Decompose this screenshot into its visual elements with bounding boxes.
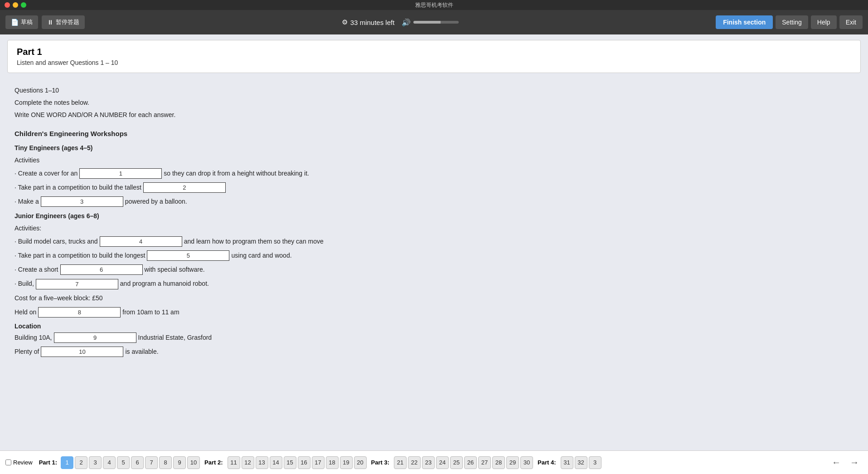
- page-25[interactable]: 25: [450, 456, 463, 469]
- page-7[interactable]: 7: [145, 456, 158, 469]
- page-9[interactable]: 9: [173, 456, 186, 469]
- page-16[interactable]: 16: [298, 456, 310, 469]
- answer-line-3: · Make a powered by a balloon.: [15, 196, 853, 207]
- help-button[interactable]: Help: [811, 15, 837, 29]
- pause-button[interactable]: ⏸ 暂停答题: [42, 15, 85, 29]
- answer-input-2[interactable]: [143, 182, 226, 193]
- part3-label: Part 3:: [371, 459, 389, 466]
- page-32[interactable]: 32: [575, 456, 587, 469]
- page-2[interactable]: 2: [75, 456, 87, 469]
- page-22[interactable]: 22: [408, 456, 421, 469]
- answer-input-1[interactable]: [79, 168, 162, 179]
- q5-suffix: using card and wood.: [231, 250, 291, 261]
- answer-input-3[interactable]: [41, 196, 123, 207]
- instructions: Questions 1–10 Complete the notes below.…: [15, 85, 853, 121]
- answer-input-6[interactable]: [60, 264, 143, 275]
- page-8[interactable]: 8: [159, 456, 172, 469]
- cost-block: Cost for a five–week block: £50: [15, 293, 853, 304]
- close-button[interactable]: [5, 2, 10, 8]
- parking-line: Plenty of is available.: [15, 346, 853, 357]
- page-31[interactable]: 31: [561, 456, 573, 469]
- answer-line-7: · Build, and program a humanoid robot.: [15, 278, 853, 289]
- setting-button[interactable]: Setting: [776, 15, 808, 29]
- page-5[interactable]: 5: [117, 456, 130, 469]
- building-prefix: Building 10A,: [15, 332, 52, 343]
- review-checkbox[interactable]: [5, 459, 11, 465]
- timer-display: ⚙ 33 minutes left: [342, 18, 395, 26]
- page-21[interactable]: 21: [394, 456, 407, 469]
- building-suffix: Industrial Estate, Grasford: [138, 332, 212, 343]
- page-29[interactable]: 29: [506, 456, 519, 469]
- page-14[interactable]: 14: [270, 456, 282, 469]
- answer-input-7[interactable]: [36, 279, 118, 289]
- exit-button[interactable]: Exit: [839, 15, 863, 29]
- q1-suffix: so they can drop it from a height withou…: [164, 168, 309, 179]
- volume-icon: 🔊: [402, 18, 411, 27]
- page-3[interactable]: 3: [89, 456, 102, 469]
- fullscreen-button[interactable]: [21, 2, 26, 8]
- minimize-button[interactable]: [13, 2, 18, 8]
- section-subtitle: Listen and answer Questions 1 – 10: [17, 59, 851, 66]
- answer-input-10[interactable]: [41, 347, 123, 357]
- q4-prefix: · Build model cars, trucks and: [15, 236, 98, 247]
- answer-line-6: · Create a short with special software.: [15, 264, 853, 275]
- parking-suffix: is available.: [125, 346, 158, 357]
- next-arrow[interactable]: →: [846, 455, 863, 469]
- answer-input-9[interactable]: [54, 332, 136, 343]
- page-27[interactable]: 27: [478, 456, 491, 469]
- page-30[interactable]: 30: [520, 456, 533, 469]
- center-area: ⚙ 33 minutes left 🔊: [88, 18, 712, 27]
- answer-line-4: · Build model cars, trucks and and learn…: [15, 236, 853, 247]
- held-on-block: Held on from 10am to 11 am: [15, 307, 853, 318]
- page-4[interactable]: 4: [103, 456, 116, 469]
- q5-prefix: · Take part in a competition to build th…: [15, 250, 145, 261]
- location-heading: Location: [15, 321, 853, 332]
- page-28[interactable]: 28: [492, 456, 505, 469]
- answer-line-5: · Take part in a competition to build th…: [15, 250, 853, 261]
- traffic-lights: [5, 2, 26, 8]
- page-12[interactable]: 12: [242, 456, 254, 469]
- volume-slider[interactable]: [413, 21, 459, 24]
- held-on-suffix: from 10am to 11 am: [122, 307, 179, 318]
- content-area: Questions 1–10 Complete the notes below.…: [7, 80, 861, 365]
- q4-suffix: and learn how to program them so they ca…: [184, 236, 324, 247]
- volume-area: 🔊: [402, 18, 459, 27]
- page-33[interactable]: 3: [589, 456, 601, 469]
- page-11[interactable]: 11: [228, 456, 240, 469]
- instruction-line2: Complete the notes below.: [15, 97, 853, 108]
- main-wrapper: Part 1 Listen and answer Questions 1 – 1…: [0, 34, 868, 450]
- answer-input-8[interactable]: [38, 307, 121, 318]
- answer-line-1: · Create a cover for an so they can drop…: [15, 168, 853, 179]
- page-17[interactable]: 17: [312, 456, 325, 469]
- instruction-line3: Write ONE WORD AND/OR A NUMBER for each …: [15, 109, 853, 121]
- answer-input-4[interactable]: [100, 236, 182, 247]
- page-15[interactable]: 15: [284, 456, 296, 469]
- title-bar: 雅思哥机考软件: [0, 0, 868, 10]
- page-13[interactable]: 13: [256, 456, 268, 469]
- page-20[interactable]: 20: [354, 456, 367, 469]
- page-10[interactable]: 10: [187, 456, 200, 469]
- page-24[interactable]: 24: [436, 456, 449, 469]
- page-26[interactable]: 26: [464, 456, 477, 469]
- prev-arrow[interactable]: ←: [828, 455, 844, 469]
- workshop-block: Children's Engineering Workshops: [15, 127, 853, 140]
- finish-section-button[interactable]: Finish section: [716, 15, 773, 29]
- page-19[interactable]: 19: [340, 456, 353, 469]
- tiny-engineers-block: Tiny Engineers (ages 4–5) Activities · C…: [15, 142, 853, 208]
- page-1[interactable]: 1: [61, 456, 73, 469]
- draft-button[interactable]: 📄 草稿: [5, 15, 38, 29]
- q7-prefix: · Build,: [15, 278, 34, 289]
- page-6[interactable]: 6: [131, 456, 144, 469]
- workshop-title: Children's Engineering Workshops: [15, 127, 853, 140]
- page-18[interactable]: 18: [326, 456, 339, 469]
- q2-prefix: · Take part in a competition to build th…: [15, 182, 141, 193]
- section-title: Part 1: [17, 47, 851, 57]
- right-buttons: Finish section Setting Help Exit: [716, 15, 863, 29]
- parking-prefix: Plenty of: [15, 346, 39, 357]
- bottom-nav: Review Part 1: 1 2 3 4 5 6 7 8 9 10 Part…: [0, 450, 868, 474]
- q6-suffix: with special software.: [145, 264, 205, 275]
- page-23[interactable]: 23: [422, 456, 435, 469]
- part1-pages: 1 2 3 4 5 6 7 8 9 10: [61, 456, 200, 469]
- answer-input-5[interactable]: [147, 250, 229, 261]
- draft-icon: 📄: [11, 19, 19, 26]
